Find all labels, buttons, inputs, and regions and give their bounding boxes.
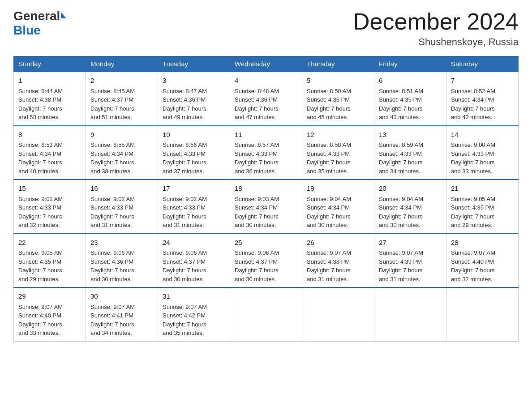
day-number: 21 xyxy=(451,184,514,194)
logo-blue: Blue xyxy=(13,23,66,38)
day-number: 4 xyxy=(235,76,297,86)
day-number: 14 xyxy=(451,130,514,140)
week-row-3: 15Sunrise: 9:01 AMSunset: 4:33 PMDayligh… xyxy=(14,180,519,234)
calendar-cell: 4Sunrise: 8:48 AMSunset: 4:36 PMDaylight… xyxy=(230,72,302,126)
calendar-cell: 17Sunrise: 9:02 AMSunset: 4:33 PMDayligh… xyxy=(158,180,230,234)
calendar-cell xyxy=(374,287,446,341)
calendar-cell: 26Sunrise: 9:07 AMSunset: 4:38 PMDayligh… xyxy=(302,234,374,288)
day-info: Sunrise: 9:07 AMSunset: 4:39 PMDaylight:… xyxy=(379,249,423,283)
title-section: December 2024 Shushenskoye, Russia xyxy=(353,9,519,48)
day-info: Sunrise: 9:01 AMSunset: 4:33 PMDaylight:… xyxy=(18,196,63,229)
day-info: Sunrise: 9:06 AMSunset: 4:37 PMDaylight:… xyxy=(235,249,279,283)
day-header-sunday: Sunday xyxy=(14,56,86,72)
day-header-monday: Monday xyxy=(86,56,158,72)
day-info: Sunrise: 9:02 AMSunset: 4:33 PMDaylight:… xyxy=(163,196,207,229)
day-info: Sunrise: 9:07 AMSunset: 4:40 PMDaylight:… xyxy=(451,249,495,283)
day-info: Sunrise: 8:52 AMSunset: 4:34 PMDaylight:… xyxy=(451,88,495,121)
calendar-cell: 13Sunrise: 8:59 AMSunset: 4:33 PMDayligh… xyxy=(374,126,446,180)
calendar-cell: 30Sunrise: 9:07 AMSunset: 4:41 PMDayligh… xyxy=(86,287,158,341)
day-info: Sunrise: 8:48 AMSunset: 4:36 PMDaylight:… xyxy=(235,88,279,121)
calendar-subtitle: Shushenskoye, Russia xyxy=(353,36,519,48)
calendar-cell xyxy=(446,287,519,341)
day-info: Sunrise: 8:53 AMSunset: 4:34 PMDaylight:… xyxy=(18,141,63,175)
calendar-cell: 1Sunrise: 8:44 AMSunset: 4:38 PMDaylight… xyxy=(14,72,86,126)
week-row-2: 8Sunrise: 8:53 AMSunset: 4:34 PMDaylight… xyxy=(14,126,519,180)
calendar-cell: 28Sunrise: 9:07 AMSunset: 4:40 PMDayligh… xyxy=(446,234,519,288)
day-number: 17 xyxy=(163,184,225,194)
day-number: 28 xyxy=(451,238,514,248)
day-number: 19 xyxy=(307,184,369,194)
day-number: 24 xyxy=(163,238,225,248)
calendar-table: SundayMondayTuesdayWednesdayThursdayFrid… xyxy=(13,56,519,342)
day-info: Sunrise: 8:59 AMSunset: 4:33 PMDaylight:… xyxy=(379,141,423,175)
week-row-4: 22Sunrise: 9:05 AMSunset: 4:35 PMDayligh… xyxy=(14,234,519,288)
day-number: 13 xyxy=(379,130,442,140)
calendar-cell: 16Sunrise: 9:02 AMSunset: 4:33 PMDayligh… xyxy=(86,180,158,234)
calendar-cell: 24Sunrise: 9:06 AMSunset: 4:37 PMDayligh… xyxy=(158,234,230,288)
day-number: 25 xyxy=(235,238,297,248)
day-header-wednesday: Wednesday xyxy=(230,56,302,72)
day-header-friday: Friday xyxy=(374,56,446,72)
calendar-cell: 27Sunrise: 9:07 AMSunset: 4:39 PMDayligh… xyxy=(374,234,446,288)
day-number: 15 xyxy=(18,184,81,194)
day-header-thursday: Thursday xyxy=(302,56,374,72)
page-header: General Blue December 2024 Shushenskoye,… xyxy=(13,9,519,48)
day-info: Sunrise: 9:04 AMSunset: 4:34 PMDaylight:… xyxy=(379,196,423,229)
calendar-cell: 22Sunrise: 9:05 AMSunset: 4:35 PMDayligh… xyxy=(14,234,86,288)
calendar-cell: 29Sunrise: 9:07 AMSunset: 4:40 PMDayligh… xyxy=(14,287,86,341)
day-info: Sunrise: 9:06 AMSunset: 4:37 PMDaylight:… xyxy=(163,249,207,283)
calendar-cell: 21Sunrise: 9:05 AMSunset: 4:35 PMDayligh… xyxy=(446,180,519,234)
day-number: 3 xyxy=(163,76,225,86)
calendar-cell: 9Sunrise: 8:55 AMSunset: 4:34 PMDaylight… xyxy=(86,126,158,180)
day-info: Sunrise: 8:57 AMSunset: 4:33 PMDaylight:… xyxy=(235,141,279,175)
day-info: Sunrise: 9:06 AMSunset: 4:36 PMDaylight:… xyxy=(90,249,135,283)
calendar-cell: 10Sunrise: 8:56 AMSunset: 4:33 PMDayligh… xyxy=(158,126,230,180)
day-number: 31 xyxy=(163,291,225,302)
day-number: 16 xyxy=(90,184,153,194)
day-info: Sunrise: 8:51 AMSunset: 4:35 PMDaylight:… xyxy=(379,88,423,121)
day-number: 9 xyxy=(90,130,153,140)
day-info: Sunrise: 9:02 AMSunset: 4:33 PMDaylight:… xyxy=(90,196,135,229)
calendar-cell: 15Sunrise: 9:01 AMSunset: 4:33 PMDayligh… xyxy=(14,180,86,234)
day-number: 29 xyxy=(18,291,81,302)
calendar-cell: 14Sunrise: 9:00 AMSunset: 4:33 PMDayligh… xyxy=(446,126,519,180)
day-info: Sunrise: 9:05 AMSunset: 4:35 PMDaylight:… xyxy=(18,249,63,283)
day-info: Sunrise: 9:03 AMSunset: 4:34 PMDaylight:… xyxy=(235,196,279,229)
calendar-cell: 23Sunrise: 9:06 AMSunset: 4:36 PMDayligh… xyxy=(86,234,158,288)
day-number: 6 xyxy=(379,76,442,86)
logo-triangle-icon xyxy=(61,12,66,18)
logo-general: General xyxy=(13,9,60,23)
day-info: Sunrise: 8:45 AMSunset: 4:37 PMDaylight:… xyxy=(90,88,135,121)
day-number: 2 xyxy=(90,76,153,86)
calendar-cell: 2Sunrise: 8:45 AMSunset: 4:37 PMDaylight… xyxy=(86,72,158,126)
day-info: Sunrise: 9:07 AMSunset: 4:40 PMDaylight:… xyxy=(18,304,63,337)
day-number: 22 xyxy=(18,238,81,248)
calendar-cell: 19Sunrise: 9:04 AMSunset: 4:34 PMDayligh… xyxy=(302,180,374,234)
day-number: 23 xyxy=(90,238,153,248)
calendar-cell: 31Sunrise: 9:07 AMSunset: 4:42 PMDayligh… xyxy=(158,287,230,341)
day-info: Sunrise: 8:50 AMSunset: 4:35 PMDaylight:… xyxy=(307,88,351,121)
day-info: Sunrise: 9:07 AMSunset: 4:38 PMDaylight:… xyxy=(307,249,351,283)
calendar-title: December 2024 xyxy=(353,9,519,34)
day-info: Sunrise: 8:56 AMSunset: 4:33 PMDaylight:… xyxy=(163,141,207,175)
day-info: Sunrise: 9:04 AMSunset: 4:34 PMDaylight:… xyxy=(307,196,351,229)
day-info: Sunrise: 9:05 AMSunset: 4:35 PMDaylight:… xyxy=(451,196,495,229)
calendar-cell: 18Sunrise: 9:03 AMSunset: 4:34 PMDayligh… xyxy=(230,180,302,234)
day-number: 8 xyxy=(18,130,81,140)
day-info: Sunrise: 9:07 AMSunset: 4:41 PMDaylight:… xyxy=(90,304,135,337)
calendar-cell: 7Sunrise: 8:52 AMSunset: 4:34 PMDaylight… xyxy=(446,72,519,126)
calendar-cell: 5Sunrise: 8:50 AMSunset: 4:35 PMDaylight… xyxy=(302,72,374,126)
calendar-cell: 6Sunrise: 8:51 AMSunset: 4:35 PMDaylight… xyxy=(374,72,446,126)
day-header-saturday: Saturday xyxy=(446,56,519,72)
day-info: Sunrise: 8:58 AMSunset: 4:33 PMDaylight:… xyxy=(307,141,351,175)
calendar-cell: 8Sunrise: 8:53 AMSunset: 4:34 PMDaylight… xyxy=(14,126,86,180)
calendar-cell: 12Sunrise: 8:58 AMSunset: 4:33 PMDayligh… xyxy=(302,126,374,180)
days-header-row: SundayMondayTuesdayWednesdayThursdayFrid… xyxy=(14,56,519,72)
day-info: Sunrise: 9:00 AMSunset: 4:33 PMDaylight:… xyxy=(451,141,495,175)
day-number: 5 xyxy=(307,76,369,86)
day-number: 11 xyxy=(235,130,297,140)
week-row-1: 1Sunrise: 8:44 AMSunset: 4:38 PMDaylight… xyxy=(14,72,519,126)
day-number: 18 xyxy=(235,184,297,194)
day-number: 27 xyxy=(379,238,442,248)
calendar-cell: 11Sunrise: 8:57 AMSunset: 4:33 PMDayligh… xyxy=(230,126,302,180)
